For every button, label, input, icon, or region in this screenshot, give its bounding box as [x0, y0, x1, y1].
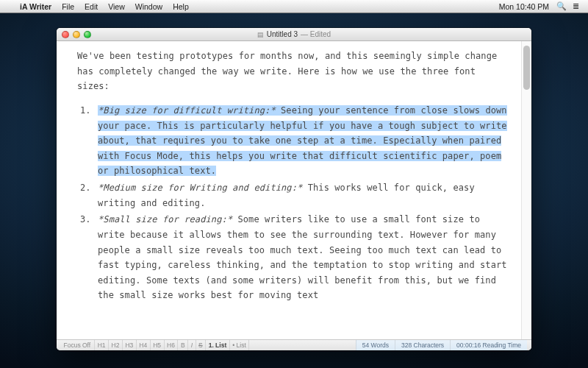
menu-window[interactable]: Window	[130, 2, 168, 11]
ordered-list-button[interactable]: 1. List	[206, 340, 230, 351]
window-titlebar[interactable]: ▤ Untitled 3 — Edited	[57, 28, 531, 41]
bold-button[interactable]: B	[178, 340, 188, 351]
document-name: Untitled 3	[267, 30, 298, 38]
editor-textarea[interactable]: We've been testing prototypes for months…	[57, 41, 521, 339]
window-title: ▤ Untitled 3 — Edited	[57, 30, 531, 38]
notification-center-icon[interactable]: ≣	[570, 1, 582, 11]
vertical-scrollbar[interactable]	[521, 41, 531, 339]
menu-view[interactable]: View	[103, 2, 130, 11]
system-menubar: iA Writer File Edit View Window Help Mon…	[0, 0, 588, 13]
list-item-3[interactable]: *Small size for reading:* Some writers l…	[96, 212, 508, 303]
spotlight-icon[interactable]: 🔍	[553, 1, 570, 11]
strike-button[interactable]: S	[196, 340, 207, 351]
heading-h6-button[interactable]: H6	[165, 340, 179, 351]
status-bar: Focus Off H1 H2 H3 H4 H5 H6 B I S 1. Lis…	[57, 339, 531, 350]
menu-file[interactable]: File	[57, 2, 79, 11]
app-menu[interactable]: iA Writer	[15, 2, 57, 11]
app-window: ▤ Untitled 3 — Edited We've been testing…	[57, 28, 531, 350]
menu-help[interactable]: Help	[168, 2, 194, 11]
heading-h2-button[interactable]: H2	[109, 340, 123, 351]
intro-paragraph[interactable]: We've been testing prototypes for months…	[77, 49, 508, 94]
heading-h5-button[interactable]: H5	[151, 340, 165, 351]
reading-time[interactable]: 00:00:16 Reading Time	[450, 340, 527, 351]
char-count[interactable]: 328 Characters	[395, 340, 450, 351]
focus-mode-toggle[interactable]: Focus Off	[61, 340, 95, 351]
list-item-2[interactable]: *Medium size for Writing and editing:* T…	[96, 180, 508, 210]
italic-button[interactable]: I	[188, 340, 196, 351]
heading-h1-button[interactable]: H1	[95, 340, 109, 351]
list[interactable]: *Big size for difficult writing:* Seeing…	[77, 103, 508, 303]
heading-h4-button[interactable]: H4	[137, 340, 151, 351]
document-proxy-icon[interactable]: ▤	[257, 31, 264, 38]
unordered-list-button[interactable]: • List	[230, 340, 250, 351]
menu-edit[interactable]: Edit	[79, 2, 103, 11]
heading-h3-button[interactable]: H3	[123, 340, 137, 351]
edited-badge: — Edited	[301, 30, 331, 38]
list-item-1[interactable]: *Big size for difficult writing:* Seeing…	[96, 103, 508, 179]
scrollbar-thumb[interactable]	[523, 46, 530, 90]
menubar-clock[interactable]: Mon 10:40 PM	[495, 2, 553, 11]
word-count[interactable]: 54 Words	[356, 340, 395, 351]
